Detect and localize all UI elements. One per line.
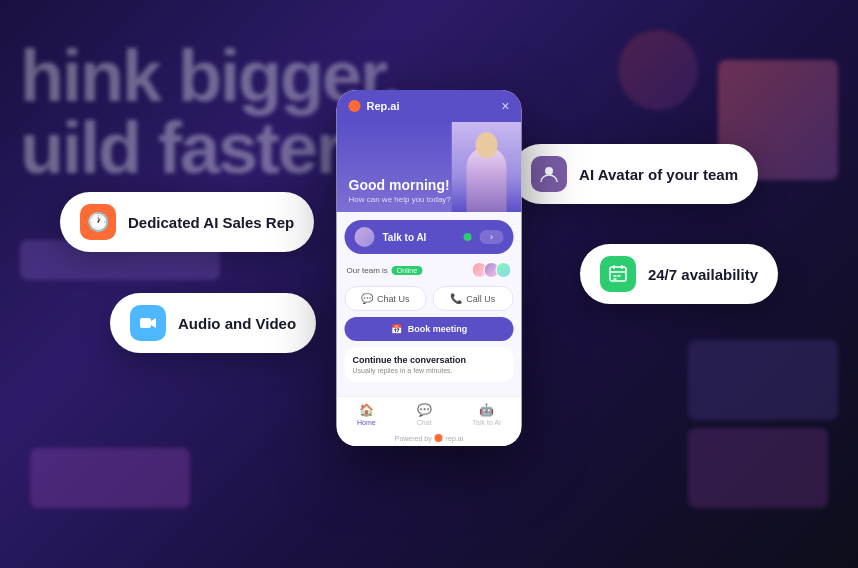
widget-header: Rep.ai × — [337, 90, 522, 122]
ai-nav-icon: 🤖 — [479, 403, 494, 417]
nav-home-label: Home — [357, 419, 376, 426]
online-badge: Online — [392, 266, 422, 275]
hero-greeting: Good morning! — [349, 177, 510, 193]
dedicated-icon: 🕐 — [80, 204, 116, 240]
dedicated-label: Dedicated AI Sales Rep — [128, 214, 294, 231]
avatar-label: AI Avatar of your team — [579, 166, 738, 183]
calendar-icon: 📅 — [391, 324, 402, 334]
hero-subtext: How can we help you today? — [349, 195, 510, 204]
conversation-subtitle: Usually replies in a few minutes. — [353, 367, 506, 374]
talk-avatar — [355, 227, 375, 247]
bg-card-5 — [688, 428, 828, 508]
svg-point-1 — [545, 167, 553, 175]
home-icon: 🏠 — [359, 403, 374, 417]
dedicated-ai-badge: 🕐 Dedicated AI Sales Rep — [60, 192, 314, 252]
footer-dot — [435, 434, 443, 442]
book-meeting-button[interactable]: 📅 Book meeting — [345, 317, 514, 341]
chat-nav-icon: 💬 — [417, 403, 432, 417]
ai-avatar-badge: AI Avatar of your team — [511, 144, 758, 204]
phone-icon: 📞 — [450, 293, 462, 304]
team-status-row: Our team is Online — [345, 262, 514, 278]
hero-text: Good morning! How can we help you today? — [349, 177, 510, 204]
team-label: Our team is Online — [347, 266, 423, 275]
green-status-dot — [464, 233, 472, 241]
talk-arrow: › — [480, 230, 504, 244]
chat-icon: 💬 — [361, 293, 373, 304]
nav-talk-ai-label: Talk to AI — [473, 419, 501, 426]
widget-hero: Good morning! How can we help you today? — [337, 122, 522, 212]
footer-brand: Powered by rep.ai — [395, 434, 463, 442]
call-us-button[interactable]: 📞 Call Us — [432, 286, 514, 311]
svg-rect-0 — [140, 318, 151, 328]
talk-label: Talk to AI — [383, 232, 456, 243]
talk-to-ai-button[interactable]: Talk to AI › — [345, 220, 514, 254]
close-button[interactable]: × — [501, 98, 509, 114]
team-avatar-3 — [496, 262, 512, 278]
widget-nav: 🏠 Home 💬 Chat 🤖 Talk to AI — [337, 396, 522, 430]
chat-us-button[interactable]: 💬 Chat Us — [345, 286, 427, 311]
nav-talk-ai[interactable]: 🤖 Talk to AI — [473, 403, 501, 426]
audio-video-badge: Audio and Video — [110, 293, 316, 353]
bg-card-4 — [30, 448, 190, 508]
bg-card-2 — [688, 340, 838, 420]
widget-brand: Rep.ai — [349, 100, 400, 112]
widget-footer: Powered by rep.ai — [337, 430, 522, 446]
bg-circle — [618, 30, 698, 110]
avatar-icon — [531, 156, 567, 192]
chat-widget: Rep.ai × Good morning! How can we help y… — [337, 90, 522, 446]
action-buttons: 💬 Chat Us 📞 Call Us — [345, 286, 514, 311]
conversation-title: Continue the conversation — [353, 355, 506, 365]
svg-rect-2 — [610, 267, 626, 281]
brand-dot — [349, 100, 361, 112]
avatar-head — [476, 132, 498, 158]
availability-badge: 24/7 availability — [580, 244, 778, 304]
conversation-section: Continue the conversation Usually replie… — [345, 347, 514, 382]
footer-brand-name: rep.ai — [446, 435, 464, 442]
audio-icon — [130, 305, 166, 341]
nav-chat[interactable]: 💬 Chat — [417, 403, 432, 426]
brand-name: Rep.ai — [367, 100, 400, 112]
nav-home[interactable]: 🏠 Home — [357, 403, 376, 426]
team-avatars — [476, 262, 512, 278]
widget-body: Talk to AI › Our team is Online 💬 Chat U… — [337, 212, 522, 396]
audio-label: Audio and Video — [178, 315, 296, 332]
nav-chat-label: Chat — [417, 419, 432, 426]
availability-label: 24/7 availability — [648, 266, 758, 283]
availability-icon — [600, 256, 636, 292]
